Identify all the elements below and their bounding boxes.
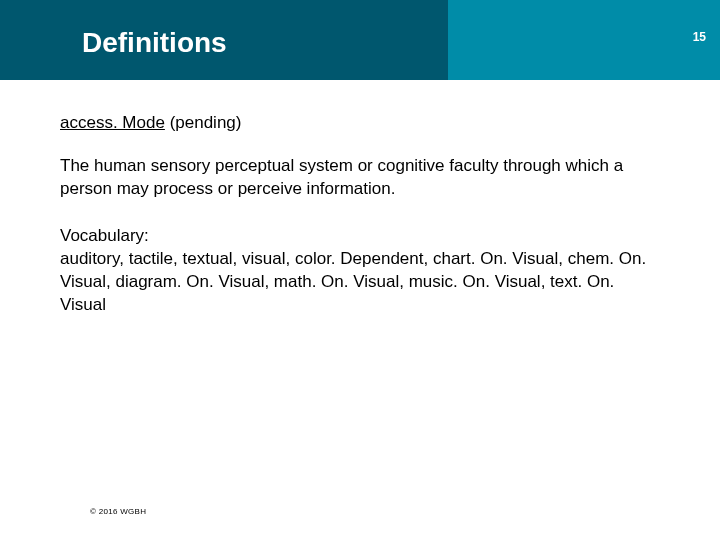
body-content: access. Mode (pending) The human sensory… [60, 112, 660, 317]
header-left-panel: Definitions [0, 0, 448, 80]
term-name: access. Mode [60, 113, 165, 132]
term-status: (pending) [170, 113, 242, 132]
footer-copyright: © 2016 WGBH [90, 507, 146, 516]
page-title: Definitions [82, 27, 227, 59]
header-bar: Definitions 15 [0, 0, 720, 80]
vocabulary-list: auditory, tactile, textual, visual, colo… [60, 249, 646, 314]
definition-text: The human sensory perceptual system or c… [60, 155, 660, 201]
vocabulary-label: Vocabulary: [60, 226, 149, 245]
term-line: access. Mode (pending) [60, 112, 660, 135]
slide-number: 15 [693, 30, 706, 44]
header-right-panel: 15 [448, 0, 720, 80]
vocabulary-block: Vocabulary: auditory, tactile, textual, … [60, 225, 660, 317]
slide: Definitions 15 access. Mode (pending) Th… [0, 0, 720, 540]
